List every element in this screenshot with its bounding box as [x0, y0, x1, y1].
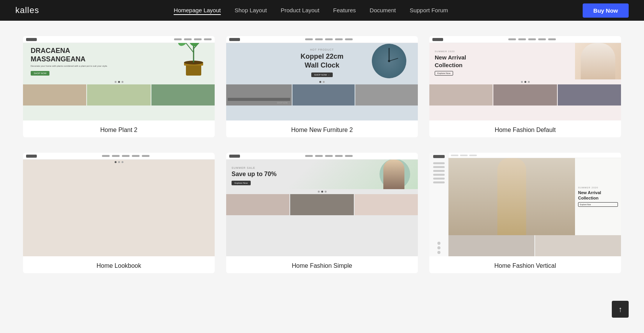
card-grid: DRACAENAMASSANGEANA Decorate your home w…: [23, 36, 621, 273]
nav-item-product-layout[interactable]: Product Layout: [281, 7, 319, 14]
mock-menu-item: [433, 170, 445, 172]
nav-item-features[interactable]: Features: [333, 7, 356, 14]
card-label-fashion-simple: Home Fashion Simple: [226, 256, 418, 273]
nav-menu: Homepage Layout Shop Layout Product Layo…: [174, 7, 448, 14]
mock-bottom-strip: [429, 84, 621, 106]
mock-nav: [305, 155, 353, 157]
card-label-lookbook: Home Lookbook: [23, 256, 215, 273]
card-label-plant2: Home Plant 2: [23, 120, 215, 137]
mock-hero: SUMMER 2020 New ArrivalCollection Explor…: [449, 158, 621, 235]
mock-dots: [226, 79, 418, 84]
mock-nav: [305, 38, 353, 40]
svg-rect-0: [186, 64, 201, 76]
mock-navbar: [23, 153, 215, 160]
mock-logo: [229, 38, 240, 41]
mock-navbar: [429, 36, 621, 43]
mock-social: [437, 242, 440, 254]
card-label-furniture2: Home New Furniture 2: [226, 120, 418, 137]
mock-hero: DRACAENAMASSANGEANA Decorate your home w…: [23, 43, 215, 79]
mock-navbar: [226, 36, 418, 43]
nav-link-shop-layout[interactable]: Shop Layout: [235, 7, 267, 13]
mock-hero: HOT PRODUCT Koppel 22cmWall Clock SHOP N…: [226, 43, 418, 79]
card-thumb-furniture2: HOT PRODUCT Koppel 22cmWall Clock SHOP N…: [226, 36, 418, 120]
card-home-new-furniture-2[interactable]: HOT PRODUCT Koppel 22cmWall Clock SHOP N…: [226, 36, 418, 137]
mock-bottom-strip: [449, 235, 621, 256]
nav-item-shop-layout[interactable]: Shop Layout: [235, 7, 267, 14]
nav-link-product-layout[interactable]: Product Layout: [281, 7, 319, 13]
card-label-fashion-vertical: Home Fashion Vertical: [429, 256, 621, 273]
card-label-fashion-default: Home Fashion Default: [429, 120, 621, 137]
mock-menu-item: [433, 162, 445, 164]
svg-point-12: [388, 60, 390, 62]
mock-hero-content: SUMMER 2020 New ArrivalCollection Explor…: [575, 158, 621, 235]
mock-nav: [102, 155, 150, 157]
mock-logo: [26, 155, 37, 158]
clock-illustration: [372, 44, 406, 78]
mock-menu-item: [433, 166, 445, 168]
mock-logo: [26, 38, 37, 41]
nav-link-features[interactable]: Features: [333, 7, 356, 13]
card-thumb-plant2: DRACAENAMASSANGEANA Decorate your home w…: [23, 36, 215, 120]
card-thumb-fashion-simple: SUMMER SALE Save up to 70% Explore Now: [226, 153, 418, 256]
card-thumb-lookbook: ‹ ›: [23, 153, 215, 256]
mock-bottom-strip: SHOP NOW →: [226, 84, 418, 106]
card-home-fashion-default[interactable]: SUMMER 2020 New ArrivalCollection Explor…: [429, 36, 621, 137]
nav-link-homepage-layout[interactable]: Homepage Layout: [174, 7, 221, 15]
nav-link-support-forum[interactable]: Support Forum: [410, 7, 448, 13]
fashion-illustration: [368, 160, 418, 189]
nav-item-homepage-layout[interactable]: Homepage Layout: [174, 7, 221, 14]
mock-hero: SUMMER SALE Save up to 70% Explore Now: [226, 160, 418, 189]
mock-dots: [226, 189, 418, 194]
nav-link-document[interactable]: Document: [370, 7, 396, 13]
mock-hero: SUMMER 2020 New ArrivalCollection Explor…: [429, 43, 621, 79]
logo-text: kalles: [15, 5, 39, 15]
scroll-to-top-button[interactable]: ↑: [612, 301, 629, 318]
mock-logo: [229, 155, 240, 158]
mock-menu-item: [433, 181, 445, 183]
card-thumb-fashion-default: SUMMER 2020 New ArrivalCollection Explor…: [429, 36, 621, 120]
mock-hero-text: DRACAENAMASSANGEANA Decorate your home w…: [31, 47, 108, 76]
mock-nav: [508, 38, 556, 40]
mock-menu-item: [433, 174, 445, 176]
card-thumb-fashion-vertical: SUMMER 2020 New ArrivalCollection Explor…: [429, 153, 621, 256]
mock-logo: [432, 38, 443, 41]
fashion-illustration: [575, 43, 621, 79]
card-home-plant-2[interactable]: DRACAENAMASSANGEANA Decorate your home w…: [23, 36, 215, 137]
main-content: DRACAENAMASSANGEANA Decorate your home w…: [0, 21, 644, 288]
plant-illustration: [172, 43, 215, 79]
nav-item-support-forum[interactable]: Support Forum: [410, 7, 448, 14]
mock-hero-text: SUMMER SALE Save up to 70% Explore Now: [232, 163, 276, 185]
mock-logo: [433, 155, 445, 158]
logo[interactable]: kalles: [15, 5, 39, 15]
mock-hero-text: HOT PRODUCT Koppel 22cmWall Clock SHOP N…: [301, 45, 343, 77]
mock-dots: [23, 160, 215, 165]
mock-menu-item: [433, 178, 445, 180]
mock-nav: [174, 38, 212, 40]
mock-navbar: [23, 36, 215, 43]
navbar: kalles Homepage Layout Shop Layout Produ…: [0, 0, 644, 21]
mock-hero-text: SUMMER 2020 New ArrivalCollection Explor…: [435, 47, 466, 76]
card-home-lookbook[interactable]: ‹ ›: [23, 153, 215, 273]
mock-bottom-strip: [23, 84, 215, 106]
svg-point-7: [176, 43, 191, 48]
mock-navbar: [226, 153, 418, 160]
svg-line-11: [389, 58, 398, 61]
mock-dots: [23, 79, 215, 84]
mock-bottom-strip: [226, 194, 418, 215]
mock-hero-img: [449, 158, 575, 235]
mock-dots: [429, 79, 621, 84]
buy-now-button[interactable]: Buy Now: [583, 3, 629, 18]
mock-main-area: SUMMER 2020 New ArrivalCollection Explor…: [449, 153, 621, 256]
vertical-layout: SUMMER 2020 New ArrivalCollection Explor…: [429, 153, 621, 256]
mock-sidebar: [429, 153, 449, 256]
card-home-fashion-simple[interactable]: SUMMER SALE Save up to 70% Explore Now: [226, 153, 418, 273]
card-home-fashion-vertical[interactable]: SUMMER 2020 New ArrivalCollection Explor…: [429, 153, 621, 273]
mock-top-bar: [449, 153, 621, 158]
nav-item-document[interactable]: Document: [370, 7, 396, 14]
